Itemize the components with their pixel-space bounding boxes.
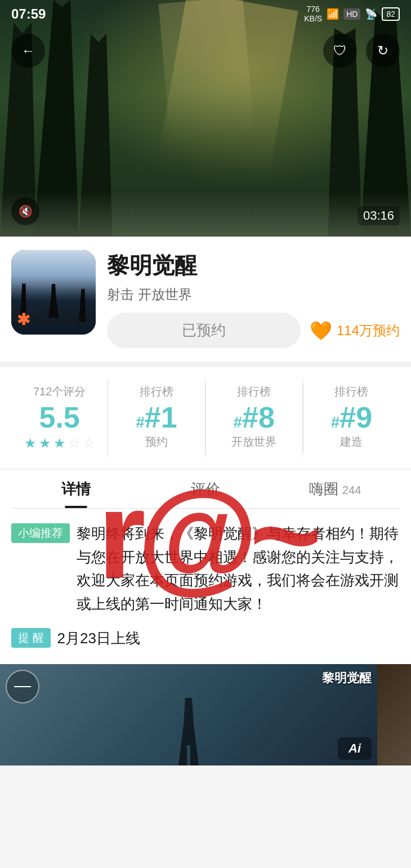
rank2-sub: 开放世界 bbox=[215, 434, 293, 449]
ai-badge-text: Ai bbox=[349, 741, 361, 756]
screenshot-thumb-2[interactable] bbox=[377, 664, 411, 765]
status-bar: 07:59 776KB/S 📶 HD 📡 82 bbox=[0, 0, 411, 28]
app-title-area: 黎明觉醒 射击 开放世界 已预约 🧡 114万预约 bbox=[107, 250, 400, 348]
ratings-grid: 712个评分 5.5 ★ ★ ★ ☆ ☆ 排行榜 ##1 预约 bbox=[11, 379, 400, 457]
app-header: ✱ 黎明觉醒 射击 开放世界 已预约 🧡 114万预约 bbox=[11, 250, 400, 348]
screenshot-thumb-1[interactable]: 黎明觉醒 Ai bbox=[0, 664, 377, 765]
content-section: 小编推荐 黎明终将到来，《黎明觉醒》与幸存者相约！期待与您在开放大世界中相遇！感… bbox=[0, 509, 411, 664]
heart-count-text: 114万预约 bbox=[337, 322, 400, 340]
rank1-value: ##1 bbox=[117, 403, 195, 432]
rank3-block: 排行榜 ##9 建造 bbox=[303, 379, 400, 457]
app-actions: 已预约 🧡 114万预约 bbox=[107, 313, 400, 348]
rank2-value: ##8 bbox=[215, 403, 293, 432]
refresh-button[interactable]: ↻ bbox=[366, 34, 400, 68]
rank3-sub: 建造 bbox=[312, 434, 391, 449]
mute-button[interactable]: 🔇 bbox=[11, 197, 39, 225]
star-1: ★ bbox=[24, 435, 37, 451]
app-tags: 射击 开放世界 bbox=[107, 286, 400, 304]
network-speed: 776KB/S bbox=[304, 5, 322, 24]
hero-video-section: 07:59 776KB/S 📶 HD 📡 82 ← 🛡 ↻ 🔇 0 bbox=[0, 0, 411, 237]
star-5: ☆ bbox=[83, 435, 95, 451]
star-3: ★ bbox=[53, 435, 66, 451]
rating-count: 712个评分 bbox=[20, 384, 99, 399]
shield-button[interactable]: 🛡 bbox=[323, 34, 357, 68]
heart-icon: 🧡 bbox=[310, 320, 332, 341]
score-block: 712个评分 5.5 ★ ★ ★ ☆ ☆ bbox=[11, 379, 108, 457]
tab-community[interactable]: 嗨圈 244 bbox=[270, 470, 400, 508]
reminder-row: 提 醒 2月23日上线 bbox=[11, 627, 400, 651]
screenshots-section[interactable]: 黎明觉醒 Ai bbox=[0, 664, 411, 765]
rating-stars: ★ ★ ★ ☆ ☆ bbox=[20, 435, 99, 451]
tab-community-badge: 244 bbox=[342, 484, 361, 496]
app-name: 黎明觉醒 bbox=[107, 250, 400, 281]
tabs-section: 详情 评价 嗨圈 244 bbox=[0, 470, 411, 509]
app-info-section: ✱ 黎明觉醒 射击 开放世界 已预约 🧡 114万预约 bbox=[0, 237, 411, 362]
star-2: ★ bbox=[39, 435, 51, 451]
rank2-label: 排行榜 bbox=[215, 384, 293, 399]
video-time: 03:16 bbox=[358, 206, 400, 225]
ratings-section: 712个评分 5.5 ★ ★ ★ ☆ ☆ 排行榜 ##1 预约 bbox=[0, 367, 411, 468]
rank1-sub: 预约 bbox=[117, 434, 195, 449]
battery-icon: 82 bbox=[382, 7, 400, 21]
rank3-label: 排行榜 bbox=[312, 384, 391, 399]
tabs-row: 详情 评价 嗨圈 244 bbox=[11, 470, 400, 509]
hd-badge: HD bbox=[343, 8, 360, 20]
battery-level: 82 bbox=[386, 10, 395, 19]
mute-icon: 🔇 bbox=[19, 204, 33, 218]
section-divider-1 bbox=[0, 362, 411, 367]
heart-count-area: 🧡 114万预约 bbox=[310, 320, 400, 341]
back-button[interactable]: ← bbox=[11, 34, 45, 68]
rank1-block: 排行榜 ##1 预约 bbox=[108, 379, 205, 457]
star-4: ☆ bbox=[68, 435, 81, 451]
game-logo-text: 黎明觉醒 bbox=[322, 670, 372, 687]
tab-detail[interactable]: 详情 bbox=[11, 470, 141, 508]
status-time: 07:59 bbox=[11, 6, 46, 22]
signal-icon: 📡 bbox=[365, 8, 377, 20]
rank3-value: ##9 bbox=[312, 403, 391, 432]
ai-badge: Ai bbox=[338, 737, 372, 760]
status-icons: 776KB/S 📶 HD 📡 82 bbox=[304, 5, 400, 24]
rating-score: 5.5 bbox=[20, 403, 99, 432]
editor-badge: 小编推荐 bbox=[11, 523, 70, 543]
reminder-text: 2月23日上线 bbox=[57, 627, 140, 651]
rank1-label: 排行榜 bbox=[117, 384, 195, 399]
editor-text: 黎明终将到来，《黎明觉醒》与幸存者相约！期待与您在开放大世界中相遇！感谢您的关注… bbox=[77, 522, 400, 616]
nav-buttons: ← 🛡 ↻ bbox=[0, 34, 411, 68]
reserve-button[interactable]: 已预约 bbox=[107, 313, 301, 348]
wifi-icon: 📶 bbox=[327, 8, 339, 20]
app-icon: ✱ bbox=[11, 250, 96, 335]
tab-review[interactable]: 评价 bbox=[141, 470, 270, 508]
editor-recommend: 小编推荐 黎明终将到来，《黎明觉醒》与幸存者相约！期待与您在开放大世界中相遇！感… bbox=[11, 522, 400, 616]
reminder-badge: 提 醒 bbox=[11, 628, 51, 648]
rank2-block: 排行榜 ##8 开放世界 bbox=[206, 379, 303, 457]
